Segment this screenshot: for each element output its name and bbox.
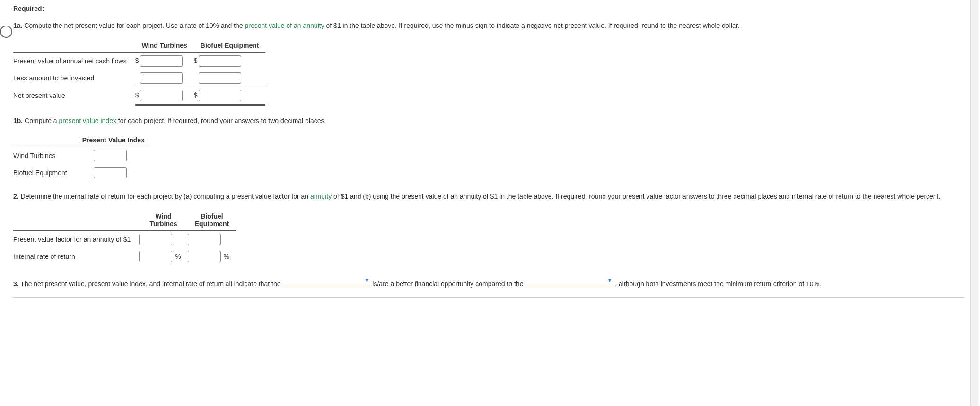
dropdown-better-opportunity[interactable]: ▼ [282,275,370,286]
row-less-invested: Less amount to be invested [13,70,135,87]
col-wind-turbines: Wind Turbines [135,39,194,53]
table-2: WindTurbines BiofuelEquipment Present va… [13,210,236,265]
link-pv-index[interactable]: present value index [59,117,116,124]
input-npv-wind[interactable] [140,90,183,101]
q2-text: 2. Determine the internal rate of return… [13,192,964,202]
required-heading: Required: [13,5,964,12]
chevron-down-icon: ▼ [607,276,612,284]
row-pv-factor: Present value factor for an annuity of $… [13,231,139,248]
vertical-scrollbar[interactable] [970,0,978,310]
input-less-biofuel[interactable] [199,72,241,84]
row-wind-turbines: Wind Turbines [13,147,76,165]
footer-separator [13,297,964,298]
col2-wind: WindTurbines [139,210,187,231]
link-annuity[interactable]: annuity [310,193,332,200]
row-biofuel-equipment: Biofuel Equipment [13,164,76,181]
input-pvf-wind[interactable] [139,234,172,245]
input-pv-wind[interactable] [140,55,183,67]
col2-biofuel: BiofuelEquipment [188,210,236,231]
col-biofuel-equipment: Biofuel Equipment [194,39,266,53]
row-npv: Net present value [13,87,135,105]
input-less-wind[interactable] [140,72,183,84]
input-npv-biofuel[interactable] [199,90,241,101]
row-irr: Internal rate of return [13,248,139,265]
input-irr-wind[interactable] [139,251,172,262]
q1b-text: 1b. Compute a present value index for ea… [13,116,964,126]
q2-number: 2. [13,193,19,200]
table-1a: Wind Turbines Biofuel Equipment Present … [13,39,265,106]
input-pv-biofuel[interactable] [199,55,241,67]
question-bubble-icon [0,26,12,38]
q3-number: 3. [13,280,19,288]
q1a-text: 1a. Compute the net present value for ea… [13,21,964,31]
input-pvf-biofuel[interactable] [188,234,221,245]
input-pvi-biofuel[interactable] [94,167,127,178]
table-1b: Present Value Index Wind Turbines Biofue… [13,133,151,181]
row-pv-cash-flows: Present value of annual net cash flows [13,52,135,70]
chevron-down-icon: ▼ [365,276,370,284]
col-pv-index: Present Value Index [76,133,151,147]
q1a-number: 1a. [13,22,22,29]
q1b-number: 1b. [13,117,23,124]
link-pv-annuity[interactable]: present value of an annuity [245,22,324,29]
input-pvi-wind[interactable] [94,150,127,161]
dropdown-compared-to[interactable]: ▼ [525,275,613,286]
q3-text: 3. The net present value, present value … [13,275,964,290]
input-irr-biofuel[interactable] [188,251,221,262]
